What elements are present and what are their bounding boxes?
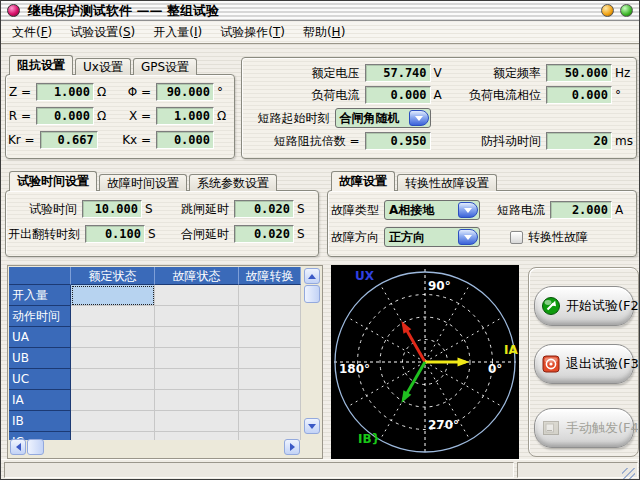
table-cell[interactable]: [155, 327, 239, 348]
chevron-down-icon[interactable]: [458, 202, 478, 218]
table-cell[interactable]: [239, 411, 301, 432]
menu-item-1[interactable]: 试验设置(S): [61, 22, 144, 43]
table-cell[interactable]: [239, 285, 301, 306]
impedance-unit-2: Ω: [94, 109, 112, 123]
scroll-down-button[interactable]: [304, 418, 320, 434]
scroll-up-button[interactable]: [304, 268, 320, 284]
time-field-3[interactable]: 0.020: [234, 225, 294, 243]
rated-freq-unit: Hz: [612, 66, 630, 80]
action-button-1[interactable]: 退出试验(F3): [534, 344, 634, 384]
io-table: 额定状态故障状态故障转换开入量动作时间UAUBUCIAIBIC: [9, 267, 301, 440]
table-cell[interactable]: [155, 390, 239, 411]
tab-impedance-2[interactable]: GPS设置: [133, 58, 197, 75]
sc-current-unit: A: [612, 203, 630, 217]
table-cell[interactable]: [239, 348, 301, 369]
debounce-field[interactable]: 20: [546, 132, 612, 150]
rated-voltage-unit: V: [431, 66, 449, 80]
action-button-label-0: 开始试验(F2): [566, 297, 640, 315]
plot-label-bottom-left: IB}: [358, 432, 380, 446]
impedance-field-0[interactable]: 1.000: [36, 83, 94, 101]
table-cell-selected[interactable]: [71, 285, 155, 306]
table-cell[interactable]: [155, 432, 239, 440]
impedance-label-0: Z =: [8, 85, 36, 99]
tab-time-2[interactable]: 系统参数设置: [189, 174, 277, 191]
time-label-2: 开出翻转时刻: [8, 226, 85, 243]
tab-time-0[interactable]: 试验时间设置: [9, 171, 97, 191]
load-current-field[interactable]: 0.000: [365, 86, 431, 104]
vertical-scroll-thumb[interactable]: [304, 285, 320, 303]
horizontal-scroll-thumb[interactable]: [27, 439, 44, 455]
time-field-0[interactable]: 10.000: [82, 200, 142, 218]
impedance-field-2[interactable]: 0.000: [36, 107, 94, 125]
impedance-field-4[interactable]: 0.667: [40, 131, 98, 149]
rated-voltage-field[interactable]: 57.740: [365, 64, 431, 82]
menu-item-3[interactable]: 试验操作(T): [211, 22, 294, 43]
menu-item-4[interactable]: 帮助(H): [294, 22, 354, 43]
scroll-right-button[interactable]: [284, 439, 300, 455]
fault-type-dropdown[interactable]: A相接地: [384, 200, 480, 220]
system-panel: 额定电压 57.740 V 额定频率 50.000 Hz 负荷电流 0.000 …: [241, 57, 637, 159]
scroll-left-button[interactable]: [10, 439, 26, 455]
impedance-field-1[interactable]: 90.000: [156, 83, 214, 101]
table-cell[interactable]: [239, 369, 301, 390]
load-phase-unit: °: [612, 88, 630, 102]
table-cell[interactable]: [155, 306, 239, 327]
window-minimize-button[interactable]: [601, 4, 614, 17]
action-button-2[interactable]: 手动触发(F4): [534, 408, 634, 448]
impedance-field-5[interactable]: 0.000: [156, 131, 214, 149]
sc-multiple-field[interactable]: 0.950: [365, 132, 431, 150]
load-phase-field[interactable]: 0.000: [546, 86, 612, 104]
tab-fault-0[interactable]: 故障设置: [331, 171, 395, 191]
table-cell[interactable]: [239, 390, 301, 411]
table-cell[interactable]: [71, 432, 155, 440]
fault-panel: 故障类型 A相接地 短路电流 2.000 A 故障方向 正方向: [327, 190, 637, 257]
window-close-button[interactable]: [620, 4, 633, 17]
time-label-3: 合闸延时: [160, 226, 234, 243]
table-cell[interactable]: [71, 411, 155, 432]
convert-fault-label: 转换性故障: [528, 229, 588, 246]
time-panel: 试验时间10.000S跳闸延时0.020S开出翻转时刻0.100S合闸延时0.0…: [5, 190, 319, 257]
sc-current-field[interactable]: 2.000: [550, 201, 612, 219]
table-col-header-1: 故障状态: [155, 267, 239, 285]
action-button-0[interactable]: 开始试验(F2): [534, 286, 634, 326]
time-group-2: 开出翻转时刻0.100S: [8, 225, 160, 243]
sc-current-label: 短路电流: [480, 202, 550, 219]
table-cell[interactable]: [71, 306, 155, 327]
tab-time-1[interactable]: 故障时间设置: [99, 174, 187, 191]
table-cell[interactable]: [239, 327, 301, 348]
time-field-1[interactable]: 0.020: [234, 200, 294, 218]
window-title: 继电保护测试软件 —— 整组试验: [28, 2, 219, 20]
chevron-down-icon[interactable]: [409, 110, 429, 126]
table-cell[interactable]: [155, 285, 239, 306]
table-cell[interactable]: [71, 369, 155, 390]
tab-impedance-0[interactable]: 阻抗设置: [9, 55, 73, 75]
short-circuit-start-dropdown[interactable]: 合闸角随机: [335, 108, 431, 128]
menu-item-0[interactable]: 文件(F): [3, 22, 61, 43]
tab-fault-1[interactable]: 转换性故障设置: [397, 174, 497, 191]
impedance-label-4: Kr =: [8, 133, 40, 147]
resize-grip[interactable]: [622, 468, 635, 480]
chevron-down-icon[interactable]: [458, 229, 478, 245]
plot-label-right: IA: [504, 343, 518, 357]
table-cell[interactable]: [239, 306, 301, 327]
action-button-group: 开始试验(F2)退出试验(F3)手动触发(F4): [528, 267, 639, 457]
table-cell[interactable]: [155, 411, 239, 432]
app-window: 继电保护测试软件 —— 整组试验 文件(F)试验设置(S)开入量(I)试验操作(…: [0, 0, 640, 480]
impedance-field-3[interactable]: 1.000: [156, 107, 214, 125]
table-cell[interactable]: [71, 327, 155, 348]
table-cell[interactable]: [155, 348, 239, 369]
table-row-label-5: IA: [9, 390, 71, 411]
stop-icon: [541, 354, 561, 374]
impedance-label-2: R =: [8, 109, 36, 123]
time-unit-2: S: [145, 227, 160, 241]
convert-fault-checkbox[interactable]: [510, 231, 523, 244]
time-field-2[interactable]: 0.100: [85, 225, 145, 243]
impedance-label-5: Kx =: [112, 133, 156, 147]
table-cell[interactable]: [155, 369, 239, 390]
menu-item-2[interactable]: 开入量(I): [144, 22, 211, 43]
table-cell[interactable]: [71, 348, 155, 369]
table-cell[interactable]: [71, 390, 155, 411]
rated-freq-field[interactable]: 50.000: [546, 64, 612, 82]
tab-impedance-1[interactable]: Ux设置: [75, 58, 131, 75]
fault-direction-dropdown[interactable]: 正方向: [384, 227, 480, 247]
